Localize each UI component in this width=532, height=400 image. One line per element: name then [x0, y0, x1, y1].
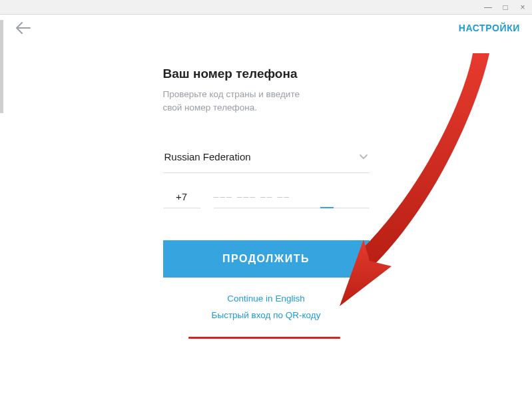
login-form: Ваш номер телефона Проверьте код страны …	[163, 67, 370, 320]
left-edge-decoration	[0, 20, 3, 113]
window-titlebar: — □ ×	[0, 0, 532, 15]
phone-number-input[interactable]: ––– ––– –– ––	[214, 190, 370, 208]
settings-link[interactable]: НАСТРОЙКИ	[459, 23, 520, 33]
spacer	[163, 211, 370, 240]
continue-english-link[interactable]: Continue in English	[163, 294, 370, 303]
country-name: Russian Federation	[164, 151, 251, 162]
phone-placeholder: ––– ––– –– ––	[214, 191, 291, 202]
annotation-underline	[188, 337, 340, 339]
arrow-left-icon	[16, 22, 31, 34]
qr-login-link[interactable]: Быстрый вход по QR-коду	[163, 310, 370, 320]
country-code-input[interactable]: +7	[163, 191, 200, 208]
back-button[interactable]	[12, 19, 35, 37]
country-select[interactable]: Russian Federation	[163, 146, 370, 173]
window-maximize-button[interactable]: □	[500, 3, 511, 11]
page-title: Ваш номер телефона	[163, 67, 370, 81]
page-subtitle: Проверьте код страны и введите свой номе…	[163, 88, 370, 115]
subtitle-line: Проверьте код страны и введите	[163, 89, 300, 99]
phone-row: +7 ––– ––– –– ––	[163, 190, 370, 208]
window-close-button[interactable]: ×	[517, 3, 528, 11]
continue-button[interactable]: ПРОДОЛЖИТЬ	[163, 240, 370, 278]
window-minimize-button[interactable]: —	[483, 3, 493, 11]
chevron-down-icon	[359, 151, 368, 163]
subtitle-line: свой номер телефона.	[163, 102, 257, 112]
app-header: НАСТРОЙКИ	[0, 15, 532, 41]
